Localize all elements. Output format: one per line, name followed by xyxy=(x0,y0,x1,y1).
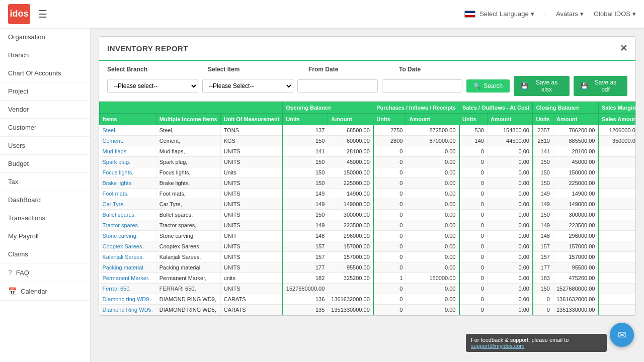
cell-cb-units: 149 xyxy=(533,199,553,210)
cell-item: Diamond ring WD9. xyxy=(100,294,156,305)
sidebar-item-dashboard[interactable]: DashBoard xyxy=(0,191,90,209)
cell-pur-units: 0 xyxy=(373,220,406,231)
cell-cb-units: 150 xyxy=(533,284,553,294)
cell-pur-units: 1 xyxy=(373,273,406,284)
cell-cb-units: 2357 xyxy=(533,125,553,136)
sidebar-item-organisation[interactable]: Organisation xyxy=(0,28,90,46)
cell-multiple: Packing material, xyxy=(156,262,220,273)
cell-cb-units: 141 xyxy=(533,146,553,157)
cell-pur-amount: 0.00 xyxy=(406,241,459,252)
support-email-link[interactable]: support@myidos.com xyxy=(471,343,525,349)
item-link[interactable]: Steel. xyxy=(103,127,117,133)
sidebar-item-transactions[interactable]: Transactions xyxy=(0,209,90,227)
cell-pur-amount: 870000.00 xyxy=(406,136,459,146)
language-dropdown-icon[interactable]: ▾ xyxy=(531,10,534,18)
item-link[interactable]: Cement. xyxy=(103,138,124,144)
cell-sales-units: 0 xyxy=(459,284,488,294)
item-link[interactable]: Car Tyre. xyxy=(103,201,125,207)
from-date-input[interactable] xyxy=(297,79,378,93)
item-link[interactable]: Brake lights. xyxy=(103,180,133,186)
language-label: Select Language xyxy=(479,10,529,18)
avatars-dropdown[interactable]: Avatars ▾ xyxy=(556,10,584,18)
cell-sales-amount: 0.00 xyxy=(487,241,533,252)
sidebar-item-faq[interactable]: ? FAQ xyxy=(0,263,90,282)
cell-pur-amount: 0.00 xyxy=(406,189,459,199)
item-link[interactable]: Permanent Marker. xyxy=(103,275,150,281)
cell-ob-amount: 14900.00 xyxy=(328,189,373,199)
col-group-sales: Sales / Outflows - At Cost xyxy=(459,102,533,114)
close-button[interactable]: ✕ xyxy=(620,43,627,54)
cell-uom: UNITS xyxy=(220,241,283,252)
item-link[interactable]: Spark plug. xyxy=(103,159,131,165)
support-chat-button[interactable]: ✉ xyxy=(610,323,634,347)
inventory-table-container[interactable]: Opening Balance Purchases / Inflows / Re… xyxy=(99,102,635,315)
sidebar-item-budget[interactable]: Budget xyxy=(0,155,90,173)
cell-ob-amount: 223500.00 xyxy=(328,220,373,231)
table-row: Diamond Ring WD5. DIAMOND RING WD5, CARA… xyxy=(100,305,636,315)
sidebar-item-customer[interactable]: Customer xyxy=(0,119,90,137)
item-link[interactable]: Foot mats. xyxy=(103,191,129,197)
item-link[interactable]: Mud flaps. xyxy=(103,148,128,154)
cell-pur-amount: 0.00 xyxy=(406,252,459,262)
to-date-input[interactable] xyxy=(382,79,462,93)
cell-cb-amount: 157000.00 xyxy=(553,252,598,262)
hamburger-menu[interactable]: ☰ xyxy=(38,8,47,20)
table-row: Mud flaps. Mud flaps, UNITS 141 28100.00… xyxy=(100,146,636,157)
sidebar-item-users[interactable]: Users xyxy=(0,137,90,155)
avatars-label: Avatars xyxy=(556,10,578,18)
item-link[interactable]: Diamond Ring WD5. xyxy=(103,307,153,313)
branch-select[interactable]: --Please select-- xyxy=(107,79,198,93)
sidebar-item-branch[interactable]: Branch xyxy=(0,46,90,64)
sidebar-item-claims[interactable]: Claims xyxy=(0,245,90,263)
table-row: Bullet spares. Bullet spares, UNITS 150 … xyxy=(100,210,636,220)
sidebar-item-calendar[interactable]: 📅 Calendar xyxy=(0,282,90,301)
sidebar-item-project[interactable]: Project xyxy=(0,82,90,101)
cell-ob-amount: 95500.00 xyxy=(328,262,373,273)
item-link[interactable]: Bullet spares. xyxy=(103,212,136,218)
save-xlsx-button[interactable]: 💾 Save as xlsx xyxy=(514,76,570,96)
item-link[interactable]: Stone carving. xyxy=(103,233,138,239)
cell-cb-amount: 1527680000.00 xyxy=(553,284,598,294)
cell-multiple: Mud flaps, xyxy=(156,146,220,157)
cell-multiple: FERRARI 650, xyxy=(156,284,220,294)
sidebar-item-chart-of-accounts[interactable]: Chart Of Accounts xyxy=(0,64,90,82)
cell-ob-amount xyxy=(328,284,373,294)
table-row: Spark plug. Spark plug, UNITS 150 45000.… xyxy=(100,157,636,167)
support-tooltip-text: For feedback & support, please email to xyxy=(471,337,569,343)
cell-sales-amt xyxy=(598,157,635,167)
cell-uom: UNITS xyxy=(220,210,283,220)
cell-item: Focus lights. xyxy=(100,167,156,178)
sidebar-item-my-payroll[interactable]: My Payroll xyxy=(0,227,90,245)
item-select[interactable]: --Please Select-- xyxy=(202,79,293,93)
item-link[interactable]: Diamond ring WD9. xyxy=(103,296,151,302)
cell-sales-units: 0 xyxy=(459,146,488,157)
save-pdf-button[interactable]: 💾 Save as pdf xyxy=(574,76,627,96)
item-link[interactable]: Packing material. xyxy=(103,264,145,270)
item-link[interactable]: Cooptex Sarees. xyxy=(103,243,144,249)
cell-item: Steel. xyxy=(100,125,156,136)
language-selector[interactable]: Select Language ▾ xyxy=(464,10,534,18)
sidebar-item-vendor[interactable]: Vendor xyxy=(0,101,90,119)
cell-sales-amt xyxy=(598,284,635,294)
cell-multiple: Spark plug, xyxy=(156,157,220,167)
app-logo[interactable]: idos xyxy=(8,4,30,24)
cell-cb-amount: 296000.00 xyxy=(553,231,598,241)
cell-pur-amount: 0.00 xyxy=(406,231,459,241)
item-link[interactable]: Ferrari 650. xyxy=(103,286,131,292)
cell-sales-amount: 44500.00 xyxy=(487,136,533,146)
item-link[interactable]: Kalanjali Sarees. xyxy=(103,254,144,260)
item-link[interactable]: Tractor spares. xyxy=(103,222,140,228)
cell-cb-amount: 28100.00 xyxy=(553,146,598,157)
search-button[interactable]: 🔍 Search xyxy=(466,79,510,93)
cell-pur-units: 0 xyxy=(373,146,406,157)
cell-uom: UNIT xyxy=(220,231,283,241)
global-idos-dropdown[interactable]: Global IDOS ▾ xyxy=(594,10,636,18)
sidebar-item-tax[interactable]: Tax xyxy=(0,173,90,191)
cell-uom: UNITS xyxy=(220,284,283,294)
item-link[interactable]: Focus lights. xyxy=(103,169,134,175)
report-title: INVENTORY REPORT xyxy=(107,44,188,53)
cell-pur-units: 0 xyxy=(373,199,406,210)
cell-sales-units: 0 xyxy=(459,241,488,252)
cell-pur-amount: 0.00 xyxy=(406,284,459,294)
cell-sales-units: 0 xyxy=(459,199,488,210)
